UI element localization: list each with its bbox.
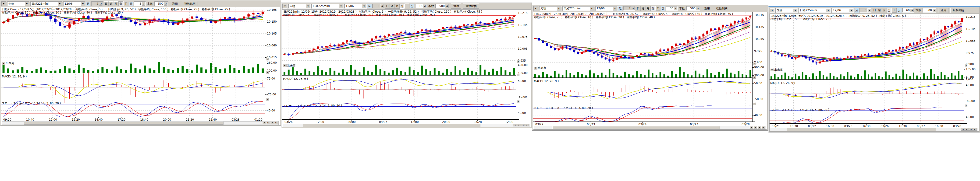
- scrollbar-button-0[interactable]: ◄: [262, 122, 266, 124]
- spin-icon[interactable]: ◢: [932, 8, 936, 12]
- apply-button[interactable]: 適用: [938, 8, 948, 13]
- pane-collapse-button[interactable]: ◄: [753, 102, 756, 105]
- minutes-spinner[interactable]: 15 ◢: [415, 4, 427, 8]
- tick-count-spinner[interactable]: 1 ◢: [623, 6, 635, 11]
- interval-button-day[interactable]: 日: [636, 6, 641, 11]
- scrollbar-button-1[interactable]: ►: [753, 126, 757, 129]
- scrollbar-button-2[interactable]: ◄: [969, 128, 973, 131]
- chart-scrollbar[interactable]: ◄►◄►: [2, 121, 278, 125]
- interval-button-day[interactable]: 日: [104, 2, 108, 6]
- interval-button-week[interactable]: 週: [641, 6, 646, 11]
- interval-button-tick-chart[interactable]: T: [123, 1, 128, 6]
- scrollbar-button-0[interactable]: ◄: [749, 126, 753, 129]
- scrollbar-button-2[interactable]: ◄: [270, 122, 274, 124]
- scrollbar-button-3[interactable]: ►: [274, 122, 278, 124]
- chart-scrollbar[interactable]: ◄►◄►: [283, 124, 530, 127]
- scrollbar-thumb[interactable]: [787, 128, 936, 131]
- interval-button-minute[interactable]: 分: [118, 2, 123, 6]
- spin-icon[interactable]: ◢: [696, 6, 700, 10]
- interval-button-tick-chart[interactable]: T: [404, 3, 409, 8]
- scrollbar-button-0[interactable]: ◄: [961, 128, 965, 131]
- spin-icon[interactable]: ◢: [631, 6, 635, 10]
- interval-button-minute[interactable]: 分: [399, 4, 404, 9]
- pane-collapse-button[interactable]: ◄: [517, 100, 519, 103]
- spin-icon[interactable]: ◢: [674, 6, 677, 10]
- chart-scrollbar[interactable]: ◄►◄►: [770, 128, 977, 131]
- bar-count-spinner[interactable]: 500 ◢: [435, 4, 449, 8]
- contract-month-dropdown[interactable]: 12/06 ▼: [63, 2, 86, 6]
- chart-canvas[interactable]: [282, 10, 516, 119]
- spin-icon[interactable]: ◢: [867, 8, 871, 12]
- scrollbar-button-1[interactable]: ►: [965, 128, 969, 131]
- interval-button-day[interactable]: 日: [385, 4, 390, 9]
- bar-count-spinner[interactable]: 500 ◢: [923, 8, 936, 13]
- apply-button[interactable]: 適用: [170, 1, 180, 6]
- pane-collapse-button[interactable]: ▼: [770, 68, 774, 71]
- scrollbar-button-2[interactable]: ◄: [757, 126, 761, 129]
- interval-button-month[interactable]: 月: [882, 8, 887, 13]
- category-dropdown[interactable]: 先物 ▼: [7, 2, 29, 6]
- pane-collapse-button[interactable]: ◄: [964, 104, 967, 107]
- category-dropdown[interactable]: 先物 ▼: [539, 6, 562, 11]
- pane-collapse-button[interactable]: ◄: [266, 58, 269, 60]
- scrollbar-thumb[interactable]: [303, 124, 480, 127]
- chart-canvas[interactable]: [1, 7, 265, 117]
- scrollbar-button-3[interactable]: ►: [761, 126, 765, 129]
- contract-month-dropdown[interactable]: 12/06 ▼: [832, 8, 854, 13]
- pane-collapse-button[interactable]: ◄: [964, 64, 967, 67]
- bar-count-spinner[interactable]: 500 ◢: [686, 6, 700, 11]
- interval-button-week[interactable]: 週: [390, 4, 395, 9]
- interval-button-minute[interactable]: 分: [887, 8, 892, 13]
- multi-symbol-button[interactable]: 複数銘柄: [182, 1, 198, 6]
- chart-area[interactable]: 日経225mini 12/06( 5分, 2012/03/24 - 2012/0…: [1, 7, 280, 125]
- chart-area[interactable]: 日経225mini 12/06( 15分, 2012/03/19 - 2012/…: [282, 10, 531, 127]
- interval-button-day[interactable]: 日: [872, 8, 877, 13]
- scrollbar-button-1[interactable]: ►: [266, 122, 270, 124]
- chart-area[interactable]: 日経225mini 12/06( 60分, 2012/03/19 - 2012/…: [769, 14, 979, 132]
- spin-icon[interactable]: ◢: [445, 4, 449, 8]
- scrollbar-button-1[interactable]: ►: [517, 124, 521, 126]
- window-list-dropdown[interactable]: ▼: [533, 6, 538, 11]
- spin-icon[interactable]: ◢: [164, 2, 167, 6]
- bar-count-spinner[interactable]: 500 ◢: [154, 2, 168, 6]
- interval-button-week[interactable]: 週: [108, 2, 113, 6]
- category-dropdown[interactable]: 先物 ▼: [775, 8, 798, 13]
- window-list-dropdown[interactable]: ▼: [770, 8, 775, 13]
- spin-icon[interactable]: ◢: [380, 4, 384, 8]
- symbol-dropdown[interactable]: 日経225mini ▼: [30, 2, 62, 6]
- pane-collapse-button[interactable]: ▼: [534, 67, 538, 70]
- scrollbar-thumb[interactable]: [552, 126, 719, 129]
- interval-button-month[interactable]: 月: [646, 6, 651, 11]
- multi-symbol-button[interactable]: 複数銘柄: [463, 3, 479, 9]
- spin-icon[interactable]: ◢: [423, 4, 426, 8]
- scrollbar-button-3[interactable]: ►: [973, 128, 977, 131]
- interval-button-month[interactable]: 月: [113, 2, 118, 6]
- scrollbar-thumb[interactable]: [24, 122, 224, 125]
- scrollbar-button-0[interactable]: ◄: [513, 124, 517, 126]
- pane-collapse-button[interactable]: ▼: [2, 62, 5, 65]
- contract-month-dropdown[interactable]: 12/06 ▼: [344, 4, 367, 9]
- interval-button-month[interactable]: 月: [395, 4, 399, 9]
- pane-collapse-button[interactable]: ◄: [517, 60, 519, 63]
- chart-canvas[interactable]: [770, 14, 964, 123]
- chart-canvas[interactable]: [533, 12, 752, 122]
- chart-area[interactable]: 日経225mini 12/06( 30分, 2012/03/19 - 2012/…: [533, 12, 767, 130]
- minutes-spinner[interactable]: 60 ◢: [902, 8, 914, 13]
- tick-count-spinner[interactable]: 1 ◢: [372, 4, 384, 8]
- scrollbar-button-3[interactable]: ►: [525, 124, 529, 126]
- pane-collapse-button[interactable]: ◄: [266, 71, 269, 74]
- window-list-dropdown[interactable]: ▼: [282, 4, 288, 9]
- pane-collapse-button[interactable]: ◄: [753, 76, 756, 79]
- contract-month-dropdown[interactable]: 12/06 ▼: [595, 6, 617, 11]
- interval-button-minute[interactable]: 分: [651, 6, 655, 11]
- pane-collapse-button[interactable]: ▼: [283, 64, 286, 67]
- symbol-dropdown[interactable]: 日経225mini ▼: [799, 8, 831, 13]
- interval-button-tick-chart[interactable]: T: [892, 8, 897, 13]
- tick-count-spinner[interactable]: 1 ◢: [91, 2, 103, 6]
- symbol-dropdown[interactable]: 日経225mini ▼: [311, 4, 344, 9]
- interval-button-week[interactable]: 週: [877, 8, 882, 13]
- spin-icon[interactable]: ◢: [910, 8, 914, 12]
- multi-symbol-button[interactable]: 複数銘柄: [950, 8, 966, 13]
- multi-symbol-button[interactable]: 複数銘柄: [714, 6, 730, 11]
- pane-collapse-button[interactable]: ◄: [753, 62, 756, 65]
